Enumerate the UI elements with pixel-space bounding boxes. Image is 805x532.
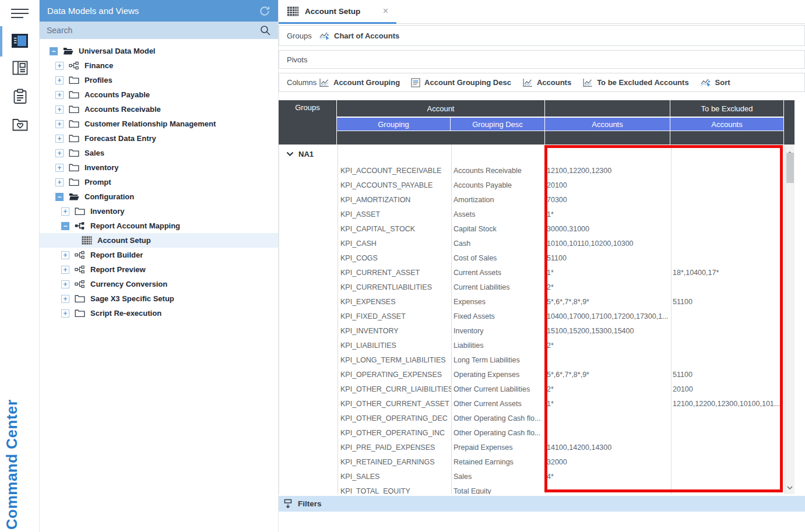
grouping-desc-cell[interactable]: Other Current Liabilities [451, 385, 546, 393]
expand-toggle-icon[interactable]: + [55, 91, 64, 99]
grouping-cell[interactable]: KPI_OTHER_CURR_LIAIBILITIES [338, 385, 451, 393]
grouping-desc-cell[interactable]: Other Operating Cash flo... [451, 414, 546, 422]
tree-item-accounts-receivable[interactable]: +Accounts Receivable [40, 102, 278, 117]
rail-item-clipboard[interactable] [0, 89, 40, 104]
chip-account-grouping-desc[interactable]: Account Grouping Desc [411, 78, 511, 87]
table-row-kpi-cogs[interactable]: KPI_COGSCost of Sales51100 [279, 251, 795, 265]
tree-item-customer-relationship-management[interactable]: +Customer Relationship Management [40, 117, 278, 131]
table-row-kpi-sales[interactable]: KPI_SALESSales4* [279, 469, 795, 484]
accounts-cell[interactable]: 2* [546, 283, 671, 291]
table-row-kpi-other-operating-inc[interactable]: KPI_OTHER_OPERATING_INCOther Operating C… [279, 425, 795, 440]
expand-toggle-icon[interactable]: + [61, 266, 69, 274]
chevron-down-icon[interactable] [286, 152, 294, 157]
accounts-cell[interactable]: 32000 [546, 458, 671, 466]
chip-account-grouping[interactable]: Account Grouping [319, 78, 400, 87]
header-excluded-accounts[interactable]: Accounts [670, 117, 784, 131]
accounts-cell[interactable]: 10100,10110,10200,10300 [546, 239, 671, 248]
accounts-cell[interactable]: 2* [546, 341, 671, 350]
table-row-kpi-currentliabilities[interactable]: KPI_CURRENTLIABILITIESCurrent Liabilitie… [279, 280, 795, 294]
grouping-desc-cell[interactable]: Capital Stock [451, 225, 546, 233]
grouping-desc-cell[interactable]: Amortization [451, 196, 546, 204]
expand-toggle-icon[interactable]: + [55, 178, 64, 186]
accounts-cell[interactable]: 20100 [546, 181, 671, 189]
grouping-desc-cell[interactable]: Accounts Payable [451, 181, 546, 189]
grouping-desc-cell[interactable]: Current Liabilities [451, 283, 546, 291]
grouping-cell[interactable]: KPI_CAPITAL_STOCK [338, 225, 451, 233]
expand-toggle-icon[interactable]: + [61, 280, 69, 288]
grouping-cell[interactable]: KPI_ACCOUNT_RECEIVABLE [338, 167, 451, 175]
expand-toggle-icon[interactable]: + [55, 76, 64, 84]
rail-item-report-layout[interactable] [0, 61, 40, 75]
grouping-desc-cell[interactable]: Accounts Receivable [451, 167, 546, 175]
tree-item-accounts-payable[interactable]: +Accounts Payable [40, 87, 278, 102]
chip-to-be-excluded-accounts[interactable]: To be Excluded Accounts [582, 78, 688, 87]
pivots-row[interactable]: Pivots [279, 50, 805, 69]
accounts-cell[interactable]: 70300 [546, 196, 671, 204]
chip-sort[interactable]: Sort [700, 77, 730, 87]
table-row-kpi-retained-earnings[interactable]: KPI_RETAINED_EARNINGSRetained Earnings32… [279, 455, 795, 469]
table-row-kpi-current-asset[interactable]: KPI_CURRENT_ASSETCurrent Assets1*18*,104… [279, 265, 795, 280]
grouping-cell[interactable]: KPI_COGS [338, 254, 451, 262]
grouping-desc-cell[interactable]: Other Current Assets [451, 400, 546, 408]
grouping-desc-cell[interactable]: Expenses [451, 298, 546, 306]
expand-toggle-icon[interactable]: + [61, 207, 69, 216]
table-row-kpi-other-curr-liaibilities[interactable]: KPI_OTHER_CURR_LIAIBILITIESOther Current… [279, 382, 795, 396]
vertical-scrollbar[interactable] [785, 145, 795, 494]
table-row-kpi-long-term-liabilities[interactable]: KPI_LONG_TERM_LIABILITIESLong Term Liabi… [279, 353, 795, 367]
excluded-accounts-cell[interactable]: 20100 [671, 385, 785, 393]
collapse-toggle-icon[interactable]: − [55, 193, 64, 201]
tree-item-report-preview[interactable]: +Report Preview [40, 262, 278, 277]
table-row-kpi-account-receivable[interactable]: KPI_ACCOUNT_RECEIVABLEAccounts Receivabl… [279, 163, 795, 178]
accounts-cell[interactable]: 4* [546, 473, 671, 481]
accounts-cell[interactable]: 10400,17000,17100,17200,17300,1... [546, 312, 671, 320]
tree-item-prompt[interactable]: +Prompt [40, 175, 278, 189]
table-row-kpi-cash[interactable]: KPI_CASHCash10100,10110,10200,10300 [279, 236, 795, 251]
table-row-kpi-total-equity[interactable]: KPI_TOTAL_EQUITYTotal Equity [279, 484, 795, 494]
expand-toggle-icon[interactable]: + [61, 295, 69, 303]
grouping-cell[interactable]: KPI_SALES [338, 473, 451, 481]
tree-item-profiles[interactable]: +Profiles [40, 73, 278, 87]
tree-item-account-setup[interactable]: Account Setup [40, 233, 278, 248]
grouping-cell[interactable]: KPI_CASH [338, 239, 451, 248]
expand-toggle-icon[interactable]: + [61, 251, 69, 259]
scrollbar-thumb[interactable] [786, 153, 794, 183]
columns-row[interactable]: Columns Account GroupingAccount Grouping… [279, 73, 805, 92]
table-row-kpi-liabilities[interactable]: KPI_LIABILITIESLiabilities2* [279, 338, 795, 353]
grouping-desc-cell[interactable]: Assets [451, 210, 546, 219]
grouping-desc-cell[interactable]: Cash [451, 239, 546, 248]
expand-toggle-icon[interactable]: + [55, 62, 64, 70]
tree-item-forecast-data-entry[interactable]: +Forecast Data Entry [40, 131, 278, 146]
grouping-cell[interactable]: KPI_AMORTIZATION [338, 196, 451, 204]
scroll-down-icon[interactable] [787, 481, 793, 492]
chip-accounts[interactable]: Accounts [522, 78, 571, 87]
expand-toggle-icon[interactable]: + [55, 135, 64, 143]
grouping-cell[interactable]: KPI_OTHER_OPERATING_INC [338, 429, 451, 437]
table-row-kpi-inventory[interactable]: KPI_INVENTORYInventory15100,15200,15300,… [279, 323, 795, 338]
grouping-desc-cell[interactable]: Prepaid Expenses [451, 443, 546, 452]
grouping-desc-cell[interactable]: Total Equity [451, 487, 546, 495]
accounts-cell[interactable]: 2* [546, 385, 671, 393]
header-groups[interactable]: Groups [279, 100, 337, 145]
rail-item-favorites[interactable] [0, 118, 40, 131]
table-row-kpi-capital-stock[interactable]: KPI_CAPITAL_STOCKCapital Stock30000,3100… [279, 221, 795, 236]
table-row-kpi-accounts-payable[interactable]: KPI_ACCOUNTS_PAYABLEAccounts Payable2010… [279, 178, 795, 192]
grouping-cell[interactable]: KPI_RETAINED_EARNINGS [338, 458, 451, 466]
excluded-accounts-cell[interactable]: 51100 [671, 371, 785, 379]
accounts-cell[interactable]: 1* [546, 269, 671, 277]
grouping-desc-cell[interactable]: Other Operating Cash flo... [451, 429, 546, 437]
grouping-cell[interactable]: KPI_TOTAL_EQUITY [338, 487, 451, 495]
grouping-desc-cell[interactable]: Fixed Assets [451, 312, 546, 320]
tree-item-report-builder[interactable]: +Report Builder [40, 248, 278, 262]
excluded-accounts-cell[interactable]: 12100,12200,12300,10100,101... [671, 400, 785, 408]
grouping-desc-cell[interactable]: Operating Expenses [451, 371, 546, 379]
chip-chart-of-accounts[interactable]: Chart of Accounts [319, 31, 399, 41]
table-row-kpi-other-operating-dec[interactable]: KPI_OTHER_OPERATING_DECOther Operating C… [279, 411, 795, 425]
table-row-kpi-other-current-asset[interactable]: KPI_OTHER_CURRENT_ASSETOther Current Ass… [279, 396, 795, 411]
tree-item-finance[interactable]: +Finance [40, 58, 278, 73]
group-row-na1[interactable]: NA1 [279, 145, 795, 163]
grouping-desc-cell[interactable]: Cost of Sales [451, 254, 546, 262]
table-row-kpi-pre-paid-expenses[interactable]: KPI_PRE_PAID_EXPENSESPrepaid Expenses141… [279, 440, 795, 455]
grouping-cell[interactable]: KPI_OPERATING_EXPENSES [338, 371, 451, 379]
grouping-desc-cell[interactable]: Current Assets [451, 269, 546, 277]
header-accounts[interactable]: Accounts [545, 117, 670, 131]
